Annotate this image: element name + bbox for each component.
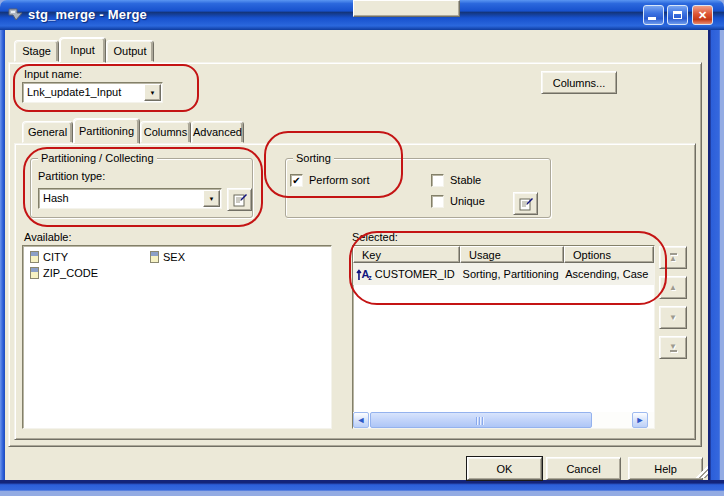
cancel-button[interactable]: Cancel: [546, 457, 621, 480]
list-item-sex[interactable]: SEX: [150, 251, 185, 263]
cell-key: CUSTOMER_ID: [373, 268, 457, 280]
input-name-dropdown-button[interactable]: ▼: [144, 84, 161, 101]
perform-sort-checkbox[interactable]: ✔: [290, 174, 303, 187]
scrollbar-grip: [476, 417, 485, 425]
scroll-right-button[interactable]: ►: [632, 412, 648, 428]
sort-properties-button[interactable]: [513, 192, 538, 215]
window-frame-right: [708, 30, 724, 480]
tab-input[interactable]: Input: [59, 37, 106, 63]
list-item-city[interactable]: CITY: [30, 251, 68, 263]
window-title: stg_merge - Merge: [28, 7, 147, 22]
sorting-group-title: Sorting: [293, 152, 334, 164]
close-icon: ✕: [698, 9, 707, 22]
bar-icon: [670, 350, 677, 352]
perform-sort-label: Perform sort: [309, 174, 370, 186]
move-to-top-button[interactable]: ▲: [659, 246, 687, 269]
ok-button[interactable]: OK: [467, 457, 542, 480]
arrow-up-icon: ▲: [669, 255, 677, 262]
available-label: Available:: [24, 231, 72, 243]
maximize-icon: [673, 11, 682, 19]
scrollbar-thumb[interactable]: [370, 412, 592, 428]
check-icon: ✔: [292, 176, 300, 186]
cell-usage: Sorting, Partitioning: [457, 268, 560, 280]
sorting-group: Sorting: [285, 158, 551, 218]
column-header-key[interactable]: [353, 0, 460, 17]
column-header-usage[interactable]: Usage: [460, 246, 564, 263]
scroll-left-icon: ◄: [357, 415, 366, 425]
arrow-down-icon: ▼: [669, 314, 677, 321]
input-name-combobox[interactable]: Lnk_update1_Input ▼: [22, 82, 163, 103]
scroll-right-icon: ►: [636, 415, 645, 425]
arrow-down-icon: ▼: [669, 343, 677, 350]
resize-grip-icon[interactable]: [694, 466, 708, 478]
columns-button[interactable]: Columns...: [541, 71, 617, 94]
arrow-up-icon: ▲: [669, 284, 677, 291]
column-icon: [150, 251, 159, 263]
partition-type-dropdown-button[interactable]: ▼: [203, 190, 220, 207]
stable-checkbox[interactable]: [431, 174, 444, 187]
properties-icon: [232, 192, 248, 208]
help-button[interactable]: Help: [628, 457, 703, 480]
list-item-zip-code[interactable]: ZIP_CODE: [30, 267, 98, 279]
input-name-label: Input name:: [24, 68, 82, 80]
sort-key-icon: A z: [356, 267, 373, 281]
input-name-value: Lnk_update1_Input: [27, 86, 121, 98]
move-up-button[interactable]: ▲: [659, 276, 687, 299]
partition-properties-button[interactable]: [227, 188, 252, 211]
subtab-general[interactable]: General: [22, 121, 73, 143]
merge-stage-dialog: stg_merge - Merge ✕ Stage Input Output I…: [0, 0, 724, 496]
cell-options: Ascending, Case: [559, 268, 654, 280]
column-header-key[interactable]: Key: [353, 246, 460, 263]
unique-checkbox[interactable]: [431, 195, 444, 208]
scroll-left-button[interactable]: ◄: [353, 412, 369, 428]
close-button[interactable]: ✕: [692, 5, 713, 25]
merge-stage-icon: [8, 7, 24, 23]
selected-table-hscrollbar[interactable]: ◄ ►: [353, 412, 654, 428]
partition-type-combobox[interactable]: Hash ▼: [38, 188, 222, 209]
column-icon: [30, 267, 39, 279]
subtab-columns[interactable]: Columns: [140, 121, 191, 143]
partition-type-value: Hash: [43, 192, 69, 204]
minimize-icon: [648, 17, 656, 20]
tab-output[interactable]: Output: [106, 40, 154, 62]
window-frame-bottom: [0, 480, 724, 496]
selected-label: Selected:: [352, 231, 398, 243]
subtab-partitioning[interactable]: Partitioning: [73, 118, 140, 144]
tab-stage[interactable]: Stage: [14, 40, 59, 62]
table-row-customer-id[interactable]: A z CUSTOMER_ID Sorting, Partitioning As…: [353, 263, 654, 285]
partitioning-group-title: Partitioning / Collecting: [38, 152, 157, 164]
chevron-down-icon: ▼: [209, 196, 215, 202]
unique-label: Unique: [450, 195, 485, 207]
move-down-button[interactable]: ▼: [659, 306, 687, 329]
partition-type-label: Partition type:: [38, 170, 105, 182]
column-icon: [30, 251, 39, 263]
move-to-bottom-button[interactable]: ▼: [659, 336, 687, 359]
minimize-button[interactable]: [643, 5, 664, 25]
properties-icon: [518, 196, 534, 212]
maximize-button[interactable]: [667, 5, 688, 25]
subtab-advanced[interactable]: Advanced: [191, 121, 244, 143]
column-header-options[interactable]: Options: [564, 246, 654, 263]
stable-label: Stable: [450, 174, 481, 186]
chevron-down-icon: ▼: [150, 90, 156, 96]
svg-text:z: z: [368, 274, 372, 281]
